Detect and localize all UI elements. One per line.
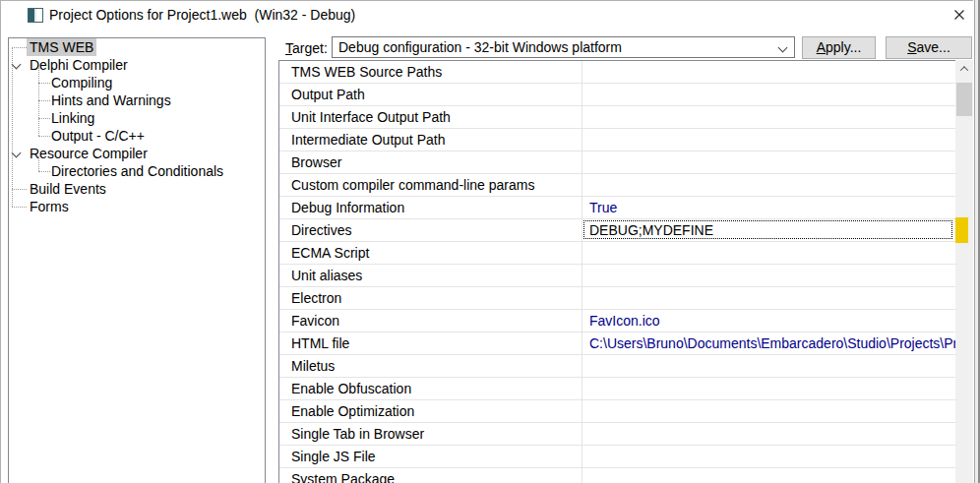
property-value[interactable] xyxy=(582,106,955,128)
window-border-left xyxy=(0,0,1,483)
project-options-dialog: Project Options for Project1.web (Win32 … xyxy=(0,0,980,483)
tree-item[interactable]: Forms xyxy=(9,198,265,215)
property-name[interactable]: ECMA Script xyxy=(279,242,582,264)
tree-item[interactable]: TMS WEB xyxy=(9,38,265,56)
property-name[interactable]: TMS WEB Source Paths xyxy=(279,61,582,83)
grid-row[interactable]: System Package xyxy=(279,468,955,483)
options-tree: TMS WEB Delphi Compiler Compiling Hints … xyxy=(9,38,265,483)
property-value[interactable] xyxy=(582,151,955,173)
property-name[interactable]: Browser xyxy=(279,151,582,173)
tree-item-label: Output - C/C++ xyxy=(48,127,148,145)
tree-item[interactable]: Delphi Compiler xyxy=(9,56,265,74)
property-value[interactable] xyxy=(582,174,955,196)
chevron-up-icon xyxy=(960,66,968,74)
grid-row[interactable]: Browser xyxy=(279,151,955,174)
property-value[interactable] xyxy=(582,129,955,151)
save-button-label: Save... xyxy=(907,37,950,58)
property-name[interactable]: Custom compiler command-line params xyxy=(279,174,582,196)
property-value[interactable] xyxy=(582,355,955,377)
grid-row[interactable]: ECMA Script xyxy=(279,242,955,265)
property-name[interactable]: Intermediate Output Path xyxy=(279,129,582,151)
property-name[interactable]: Debug Information xyxy=(279,197,582,218)
directives-edit-focus-rect xyxy=(583,220,952,239)
property-grid: TMS WEB Source Paths Output Path Unit In… xyxy=(278,60,955,483)
tree-item-label: Resource Compiler xyxy=(27,145,151,162)
property-value[interactable] xyxy=(582,423,955,445)
grid-row[interactable]: Enable Optimization xyxy=(279,400,955,423)
property-name[interactable]: Enable Obfuscation xyxy=(279,378,582,399)
tree-item-label: Build Events xyxy=(27,180,109,198)
property-name[interactable]: Unit Interface Output Path xyxy=(279,106,582,128)
property-name[interactable]: Single Tab in Browser xyxy=(279,423,582,445)
grid-row[interactable]: Output Path xyxy=(279,84,955,106)
grid-row[interactable]: Electron xyxy=(279,287,955,310)
tree-dotted-connector xyxy=(38,136,50,137)
close-icon xyxy=(953,9,965,21)
grid-row[interactable]: Single JS File xyxy=(279,446,955,468)
tree-dotted-connector xyxy=(38,171,50,172)
tree-item[interactable]: Output - C/C++ xyxy=(9,127,265,145)
scrollbar-up-button[interactable] xyxy=(955,60,973,77)
target-configuration-select[interactable]: Debug configuration - 32-bit Windows pla… xyxy=(332,36,795,58)
window-border-right xyxy=(973,0,980,483)
grid-row[interactable]: HTML file C:\Users\Bruno\Documents\Embar… xyxy=(279,332,955,355)
property-value[interactable] xyxy=(582,265,955,286)
grid-row[interactable]: Debug Information True xyxy=(279,197,955,219)
tree-item[interactable]: Hints and Warnings xyxy=(9,91,265,109)
property-value[interactable] xyxy=(582,84,955,105)
property-value[interactable]: C:\Users\Bruno\Documents\Embarcadero\Stu… xyxy=(582,332,955,354)
target-label: Target: xyxy=(285,40,328,56)
tree-item-label: Directories and Conditionals xyxy=(48,162,226,180)
apply-button-label: Apply... xyxy=(817,37,862,58)
window-title: Project Options for Project1.web (Win32 … xyxy=(49,7,355,23)
save-button[interactable]: Save... xyxy=(886,36,972,59)
property-value[interactable]: FavIcon.ico xyxy=(582,310,955,332)
tree-item[interactable]: Build Events xyxy=(9,180,265,198)
tree-dotted-connector xyxy=(38,100,50,101)
property-name[interactable]: Single JS File xyxy=(279,446,582,467)
tree-item[interactable]: Directories and Conditionals xyxy=(9,162,265,180)
property-name[interactable]: System Package xyxy=(279,468,582,483)
tree-dotted-connector xyxy=(12,47,27,48)
property-value[interactable] xyxy=(582,446,955,467)
tree-item-label: TMS WEB xyxy=(27,38,96,56)
property-value[interactable] xyxy=(582,287,955,309)
property-value[interactable] xyxy=(582,400,955,422)
property-name[interactable]: Miletus xyxy=(279,355,582,377)
chevron-down-icon[interactable] xyxy=(12,149,22,158)
tree-dotted-connector xyxy=(38,83,50,84)
grid-row[interactable]: Custom compiler command-line params xyxy=(279,174,955,197)
grid-row[interactable]: Single Tab in Browser xyxy=(279,423,955,446)
property-value[interactable] xyxy=(582,378,955,399)
tree-dotted-connector xyxy=(12,189,27,190)
grid-row[interactable]: Unit aliases xyxy=(279,265,955,287)
close-button[interactable] xyxy=(945,3,974,27)
property-name[interactable]: Favicon xyxy=(279,310,582,332)
property-name[interactable]: Directives xyxy=(279,219,582,241)
title-bar: Project Options for Project1.web (Win32 … xyxy=(0,0,980,30)
scrollbar-thumb[interactable] xyxy=(956,83,972,116)
tree-item[interactable]: Resource Compiler xyxy=(9,145,265,162)
tree-item[interactable]: Compiling xyxy=(9,74,265,91)
tree-item-label: Linking xyxy=(48,109,97,127)
property-value[interactable]: True xyxy=(582,197,955,218)
grid-row[interactable]: Favicon FavIcon.ico xyxy=(279,310,955,332)
property-value[interactable] xyxy=(582,242,955,264)
property-name[interactable]: Electron xyxy=(279,287,582,309)
grid-row[interactable]: Intermediate Output Path xyxy=(279,129,955,151)
vertical-scrollbar[interactable] xyxy=(955,60,973,483)
chevron-down-icon[interactable] xyxy=(12,60,22,70)
grid-row[interactable]: Unit Interface Output Path xyxy=(279,106,955,129)
property-name[interactable]: Unit aliases xyxy=(279,265,582,286)
window-border-top xyxy=(0,0,980,1)
property-value[interactable] xyxy=(582,61,955,83)
property-name[interactable]: Enable Optimization xyxy=(279,400,582,422)
property-value[interactable] xyxy=(582,468,955,483)
property-name[interactable]: Output Path xyxy=(279,84,582,105)
apply-button[interactable]: Apply... xyxy=(802,36,876,59)
property-name[interactable]: HTML file xyxy=(279,332,582,354)
grid-row[interactable]: Miletus xyxy=(279,355,955,378)
tree-item[interactable]: Linking xyxy=(9,109,265,127)
grid-row[interactable]: Enable Obfuscation xyxy=(279,378,955,400)
grid-row[interactable]: TMS WEB Source Paths xyxy=(279,61,955,84)
